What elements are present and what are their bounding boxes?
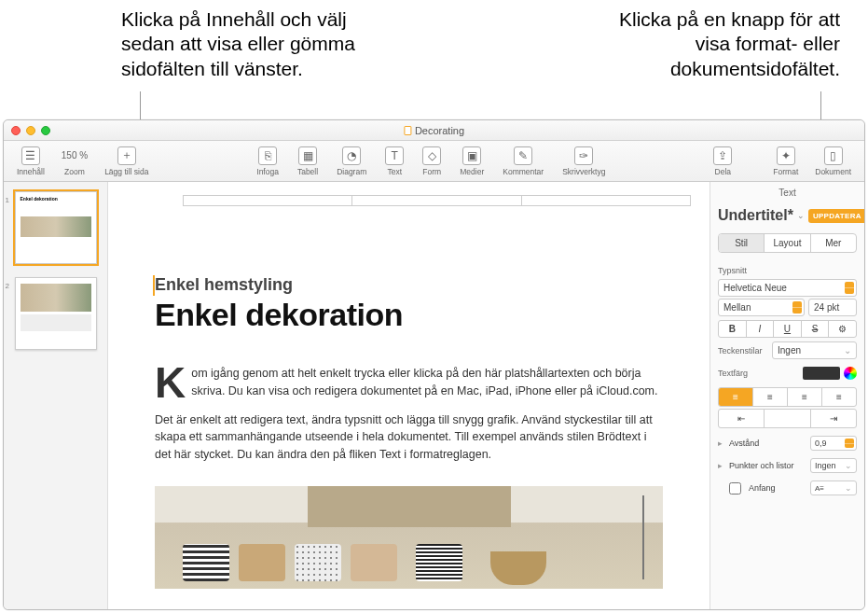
disclosure-triangle-icon[interactable]: ▸ bbox=[718, 439, 725, 448]
document-title: Decorating bbox=[404, 125, 464, 136]
table-button[interactable]: ▦Tabell bbox=[292, 145, 324, 178]
dropcap-style-picker[interactable]: A≡⌄ bbox=[810, 481, 857, 495]
align-right-button[interactable]: ≡ bbox=[788, 388, 822, 406]
hero-image[interactable] bbox=[155, 486, 663, 589]
align-left-button[interactable]: ≡ bbox=[719, 388, 753, 406]
add-page-icon: ＋ bbox=[117, 146, 136, 165]
text-color-label: Textfärg bbox=[718, 369, 799, 378]
indent-none-button[interactable] bbox=[765, 410, 810, 427]
dropcap-checkbox[interactable] bbox=[729, 482, 741, 495]
body-paragraph-2[interactable]: Det är enkelt att redigera text, ändra t… bbox=[155, 411, 663, 464]
callout-line-left bbox=[140, 91, 141, 119]
chevron-down-icon[interactable]: ⌄ bbox=[797, 211, 805, 220]
h-align-segmented: ≡ ≡ ≡ ≡ bbox=[718, 387, 857, 407]
underline-button[interactable]: U bbox=[774, 321, 802, 337]
page-thumbnail-1[interactable]: 1 Enkel dekoration bbox=[15, 191, 97, 264]
char-styles-picker[interactable]: Ingen⌄ bbox=[772, 341, 857, 359]
font-weight-picker[interactable]: Mellan bbox=[718, 299, 805, 316]
bullets-label: Punkter och listor bbox=[729, 461, 806, 470]
spacing-field[interactable]: 0,9 bbox=[810, 436, 857, 451]
share-icon: ⇪ bbox=[713, 146, 732, 165]
align-center-button[interactable]: ≡ bbox=[753, 388, 788, 406]
draw-button[interactable]: ✑Skrivverktyg bbox=[557, 145, 611, 178]
title-text[interactable]: Enkel dekoration bbox=[155, 297, 663, 333]
bullets-picker[interactable]: Ingen⌄ bbox=[810, 458, 857, 473]
callout-right: Klicka på en knapp för att visa format- … bbox=[579, 7, 840, 119]
insert-button[interactable]: ⎘Infoga bbox=[251, 145, 284, 178]
text-color-swatch[interactable] bbox=[803, 367, 840, 380]
body-paragraph-1[interactable]: K om igång genom att helt enkelt trycka … bbox=[155, 365, 663, 400]
inspector-tabs[interactable]: Stil Layout Mer bbox=[718, 233, 857, 253]
thumb-number: 2 bbox=[6, 282, 9, 290]
dropcap: K bbox=[155, 365, 191, 401]
shape-button[interactable]: ◇Form bbox=[417, 145, 447, 178]
disclosure-triangle-icon[interactable]: ▸ bbox=[718, 461, 725, 470]
align-justify-button[interactable]: ≡ bbox=[822, 388, 856, 406]
indent-button[interactable]: ⇥ bbox=[811, 410, 856, 427]
font-section-label: Typsnitt bbox=[710, 262, 864, 277]
bold-button[interactable]: B bbox=[719, 321, 747, 337]
stepper-icon[interactable] bbox=[845, 439, 854, 448]
media-icon: ▣ bbox=[462, 146, 481, 165]
tab-ruler[interactable] bbox=[183, 195, 691, 206]
shape-icon: ◇ bbox=[422, 146, 441, 165]
callout-left: Klicka på Innehåll och välj sedan att vi… bbox=[121, 7, 401, 119]
minimize-window-button[interactable] bbox=[26, 126, 35, 135]
char-styles-label: Teckenstilar bbox=[718, 346, 768, 355]
add-page-button[interactable]: ＋ Lägg till sida bbox=[99, 145, 154, 178]
tab-layout[interactable]: Layout bbox=[765, 234, 810, 252]
app-window: Decorating ☰ Innehåll 150 % Zoom ＋ Lägg … bbox=[3, 119, 865, 610]
spacing-label: Avstånd bbox=[729, 439, 806, 448]
font-family-picker[interactable]: Helvetica Neue bbox=[718, 279, 857, 297]
update-style-button[interactable]: UPPDATERA bbox=[808, 209, 864, 223]
toolbar: ☰ Innehåll 150 % Zoom ＋ Lägg till sida ⎘… bbox=[4, 141, 864, 182]
color-wheel-button[interactable] bbox=[844, 367, 857, 380]
sidebar-icon: ☰ bbox=[21, 146, 40, 165]
view-button[interactable]: ☰ Innehåll bbox=[11, 145, 50, 178]
dropcap-label: Anfang bbox=[749, 483, 806, 493]
document-canvas[interactable]: Enkel hemstyling Enkel dekoration K om i… bbox=[108, 182, 710, 609]
close-window-button[interactable] bbox=[11, 126, 21, 135]
text-cursor bbox=[153, 275, 155, 296]
share-button[interactable]: ⇪Dela bbox=[708, 145, 737, 178]
format-button[interactable]: ✦Format bbox=[767, 145, 804, 178]
tab-more[interactable]: Mer bbox=[811, 234, 856, 252]
draw-icon: ✑ bbox=[574, 146, 593, 165]
italic-button[interactable]: I bbox=[747, 321, 775, 337]
inspector-header: Text bbox=[710, 182, 864, 203]
format-icon: ✦ bbox=[777, 146, 795, 165]
format-inspector: Text Undertitel* ⌄ UPPDATERA Stil Layout… bbox=[710, 182, 864, 609]
paragraph-style-picker[interactable]: Undertitel* bbox=[718, 207, 793, 224]
indent-segmented: ⇤ ⇥ bbox=[718, 409, 857, 428]
zoom-value: 150 % bbox=[62, 146, 88, 165]
document-panel-icon: ▯ bbox=[824, 146, 843, 165]
text-icon: T bbox=[385, 146, 404, 165]
insert-icon: ⎘ bbox=[258, 146, 277, 165]
table-icon: ▦ bbox=[298, 146, 317, 165]
document-button[interactable]: ▯Dokument bbox=[809, 145, 857, 178]
stepper-icon[interactable] bbox=[792, 301, 802, 313]
text-button[interactable]: TText bbox=[379, 145, 409, 178]
subtitle-text[interactable]: Enkel hemstyling bbox=[155, 275, 663, 295]
fullscreen-window-button[interactable] bbox=[41, 126, 50, 135]
outdent-button[interactable]: ⇤ bbox=[719, 410, 765, 427]
comment-icon: ✎ bbox=[514, 146, 532, 165]
font-size-field[interactable]: 24 pkt bbox=[808, 299, 857, 316]
callout-line-right bbox=[820, 91, 821, 119]
thumb-number: 1 bbox=[6, 196, 9, 204]
comment-button[interactable]: ✎Kommentar bbox=[497, 145, 549, 178]
stepper-icon[interactable] bbox=[845, 282, 854, 294]
chart-button[interactable]: ◔Diagram bbox=[331, 145, 372, 178]
chart-icon: ◔ bbox=[342, 146, 361, 165]
text-style-buttons: B I U S ⚙ bbox=[718, 320, 857, 338]
thumbnail-sidebar: 1 Enkel dekoration 2 bbox=[4, 182, 108, 609]
page-thumbnail-2[interactable]: 2 bbox=[15, 277, 97, 350]
strike-button[interactable]: S bbox=[802, 321, 830, 337]
document-icon bbox=[404, 126, 411, 135]
zoom-dropdown[interactable]: 150 % Zoom bbox=[56, 145, 93, 178]
titlebar: Decorating bbox=[4, 120, 864, 141]
advanced-gear-button[interactable]: ⚙ bbox=[829, 321, 856, 337]
tab-style[interactable]: Stil bbox=[719, 234, 765, 252]
media-button[interactable]: ▣Medier bbox=[454, 145, 489, 178]
